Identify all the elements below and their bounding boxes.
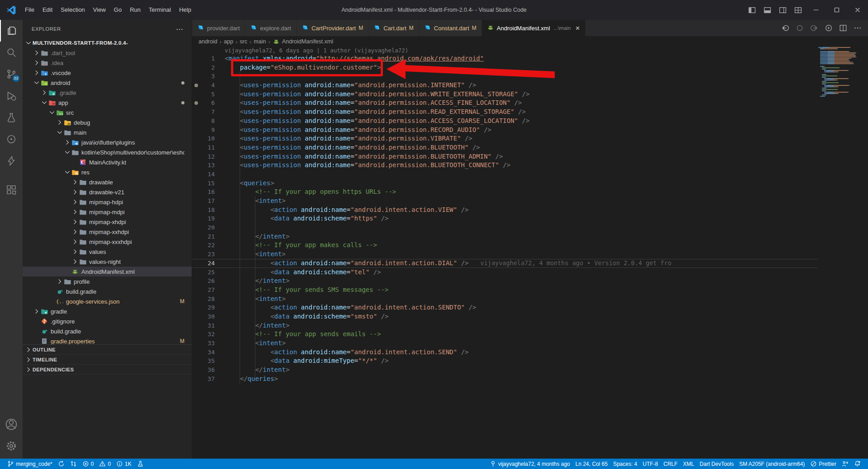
- code-line[interactable]: 7 <uses-permission android:name="android…: [192, 108, 817, 117]
- code-line[interactable]: 14: [192, 170, 817, 179]
- toggle-panel-icon[interactable]: [760, 0, 775, 20]
- code-line[interactable]: 36 </intent>: [192, 366, 817, 375]
- close-button[interactable]: [847, 0, 868, 20]
- code-line[interactable]: 22 <!-- If your app makes calls -->: [192, 241, 817, 250]
- tree-item-profile[interactable]: profile: [23, 277, 192, 286]
- code-line[interactable]: 25 <data android:scheme="tel" />: [192, 268, 817, 277]
- tree-item-main[interactable]: main: [23, 127, 192, 137]
- section-timeline[interactable]: TIMELINE: [23, 355, 192, 365]
- code-line[interactable]: 13 <uses-permission android:name="androi…: [192, 161, 817, 170]
- status-cursor-position[interactable]: Ln 24, Col 65: [573, 459, 610, 469]
- status-notifications[interactable]: [851, 459, 863, 469]
- toggle-sidebar-icon[interactable]: [744, 0, 760, 20]
- section-dependencies[interactable]: DEPENDENCIES: [23, 365, 192, 375]
- status-feedback[interactable]: [839, 459, 851, 469]
- minimize-button[interactable]: [806, 0, 826, 20]
- status-prettier[interactable]: Prettier: [807, 459, 839, 469]
- minimap[interactable]: [818, 47, 862, 459]
- tree-item-gradle[interactable]: gradle: [23, 306, 192, 316]
- menu-run[interactable]: Run: [126, 0, 145, 20]
- customize-layout-icon[interactable]: [790, 0, 806, 20]
- status-eol[interactable]: CRLF: [661, 459, 680, 469]
- tab-explore.dart[interactable]: explore.dart: [245, 20, 297, 36]
- code-line[interactable]: 18 <action android:name="android.intent.…: [192, 206, 817, 215]
- activitybar-thunder-client[interactable]: [0, 150, 23, 172]
- code-line[interactable]: 23 <intent>: [192, 250, 817, 259]
- menu-selection[interactable]: Selection: [57, 0, 89, 20]
- views-more-icon[interactable]: ⋯: [176, 25, 184, 33]
- breadcrumb-item-src[interactable]: src: [240, 38, 247, 45]
- code-line[interactable]: 11 <uses-permission android:name="androi…: [192, 143, 817, 152]
- code-line[interactable]: 29 <action android:name="android.intent.…: [192, 303, 817, 312]
- code-line[interactable]: 9 <uses-permission android:name="android…: [192, 126, 817, 135]
- breadcrumb-item-main[interactable]: main: [254, 38, 266, 45]
- status-device[interactable]: SM A205F (android-arm64): [736, 459, 807, 469]
- code-line[interactable]: 28 <intent>: [192, 295, 817, 304]
- status-dart-devtools[interactable]: Dart DevTools: [697, 459, 736, 469]
- status-warnings[interactable]: 0: [96, 459, 113, 469]
- tree-item-values[interactable]: values: [23, 247, 192, 257]
- tab-cart.dart[interactable]: Cart.dartM: [368, 20, 419, 36]
- tree-item-androidmanifest.xml[interactable]: AndroidManifest.xml: [23, 267, 192, 277]
- nav-back-icon[interactable]: [781, 24, 789, 32]
- activitybar-explorer[interactable]: [0, 20, 23, 42]
- code-line[interactable]: 10 <uses-permission android:name="androi…: [192, 134, 817, 143]
- menu-go[interactable]: Go: [110, 0, 126, 20]
- tree-item-values-night[interactable]: values-night: [23, 257, 192, 267]
- code-line[interactable]: 30 <data android:scheme="smsto" />: [192, 312, 817, 321]
- tree-item-mipmap-xhdpi[interactable]: mipmap-xhdpi: [23, 217, 192, 227]
- section-outline[interactable]: OUTLINE: [23, 345, 192, 355]
- code-line[interactable]: 16 <!-- If your app opens https URLs -->: [192, 188, 817, 197]
- activitybar-tool-circle[interactable]: [0, 128, 23, 150]
- nav-circle-icon[interactable]: [796, 24, 804, 32]
- tree-item-res[interactable]: res: [23, 167, 192, 177]
- status-encoding[interactable]: UTF-8: [640, 459, 661, 469]
- code-line[interactable]: 6 <uses-permission android:name="android…: [192, 98, 817, 108]
- code-line[interactable]: 17 <intent>: [192, 197, 817, 206]
- code-line[interactable]: 35 <data android:mimeType="*/*" />: [192, 356, 817, 366]
- tree-item-build.gradle[interactable]: build.gradle: [23, 286, 192, 296]
- tab-androidmanifest.xml[interactable]: AndroidManifest.xml...\main✕: [482, 20, 585, 36]
- code-editor[interactable]: vijayvaghela72, 6 days ago | 1 author (v…: [192, 47, 817, 459]
- activitybar-accounts[interactable]: [0, 413, 23, 435]
- code-line[interactable]: 15 <queries>: [192, 179, 817, 188]
- menu-terminal[interactable]: Terminal: [145, 0, 175, 20]
- tree-item-kotlin-eshop-multivendor-customer-eshop-...[interactable]: kotlin\eShop\multivendor\customer\eshop_…: [23, 147, 192, 157]
- tree-item-mipmap-mdpi[interactable]: mipmap-mdpi: [23, 207, 192, 217]
- maximize-button[interactable]: [826, 0, 847, 20]
- code-line[interactable]: 24 <action android:name="android.intent.…: [192, 259, 817, 268]
- status-flask[interactable]: [134, 459, 146, 469]
- status-infos[interactable]: 1K: [113, 459, 134, 469]
- tree-item-debug[interactable]: debug: [23, 117, 192, 127]
- close-icon[interactable]: ✕: [575, 25, 580, 32]
- menu-view[interactable]: View: [89, 0, 110, 20]
- status-git-compare[interactable]: [67, 459, 80, 469]
- code-line[interactable]: 33 <intent>: [192, 339, 817, 348]
- tree-item-mainactivity.kt[interactable]: MainActivity.kt: [23, 157, 192, 167]
- code-line[interactable]: 19 <data android:scheme="https" />: [192, 214, 817, 223]
- project-root-row[interactable]: MULTIVENDOR-STARTT-FROM-2.0.4-: [23, 38, 192, 48]
- status-indentation[interactable]: Spaces: 4: [610, 459, 640, 469]
- activitybar-search[interactable]: [0, 42, 23, 63]
- breadcrumb-item-app[interactable]: app: [224, 38, 233, 45]
- breadcrumb-item-android[interactable]: android: [198, 38, 217, 45]
- tree-item-.gitignore[interactable]: .gitignore: [23, 316, 192, 326]
- tree-item-mipmap-xxxhdpi[interactable]: mipmap-xxxhdpi: [23, 237, 192, 247]
- tree-item-app[interactable]: app: [23, 98, 192, 108]
- tree-item-drawable-v21[interactable]: drawable-v21: [23, 187, 192, 197]
- activitybar-run-and-debug[interactable]: [0, 85, 23, 107]
- status-language-mode[interactable]: XML: [680, 459, 697, 469]
- tab-cartprovider.dart[interactable]: CartProvider.dartM: [297, 20, 368, 36]
- split-editor-icon[interactable]: [839, 24, 847, 32]
- code-line[interactable]: 4 <uses-permission android:name="android…: [192, 81, 817, 90]
- tree-item-gradle.properties[interactable]: gradle.propertiesM: [23, 336, 192, 344]
- code-line[interactable]: 5 <uses-permission android:name="android…: [192, 90, 817, 99]
- code-line[interactable]: 26 </intent>: [192, 277, 817, 286]
- code-line[interactable]: 34 <action android:name="android.intent.…: [192, 348, 817, 357]
- tree-item-mipmap-hdpi[interactable]: mipmap-hdpi: [23, 197, 192, 207]
- status-errors[interactable]: 0: [80, 459, 97, 469]
- tree-item-.vscode[interactable]: .vscode: [23, 68, 192, 78]
- code-line[interactable]: 37 </queries>: [192, 375, 817, 384]
- activitybar-extensions[interactable]: [0, 179, 23, 201]
- code-line[interactable]: 20: [192, 223, 817, 232]
